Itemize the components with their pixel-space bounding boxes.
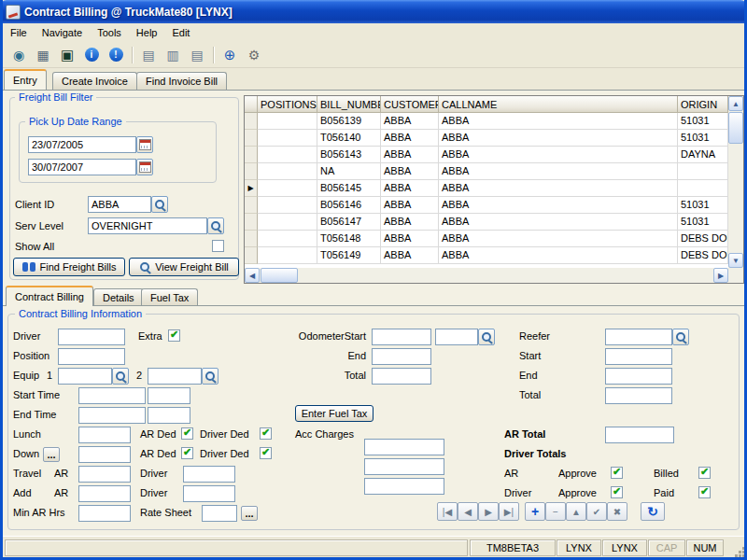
scroll-down-icon[interactable]: ▼: [728, 253, 743, 268]
grid-cell[interactable]: B056143: [317, 147, 381, 163]
view-freight-bill-button[interactable]: View Freight Bill: [129, 258, 239, 276]
grid-header-customer[interactable]: CUSTOMER: [381, 96, 439, 113]
grid-cell[interactable]: B056145: [317, 180, 381, 197]
grid-cell[interactable]: ABBA: [381, 247, 439, 264]
grid-cell[interactable]: B056146: [317, 197, 381, 214]
grid-cell[interactable]: [678, 163, 728, 180]
grid-cell[interactable]: ABBA: [381, 130, 439, 147]
enter-fuel-tax-button[interactable]: Enter Fuel Tax: [295, 405, 374, 422]
client-id-field[interactable]: ABBA: [88, 196, 151, 213]
grid-cell[interactable]: [258, 180, 317, 197]
grid-cell[interactable]: [678, 180, 728, 197]
tab-contract-billing[interactable]: Contract Billing: [6, 286, 93, 306]
down-driver-ded-checkbox[interactable]: [260, 447, 272, 459]
table-row[interactable]: B056143 ABBA ABBA DAYNA: [245, 147, 728, 163]
row-selector-current[interactable]: ▶: [245, 180, 258, 197]
position-field[interactable]: [58, 348, 125, 365]
open-document-icon[interactable]: ▥: [162, 44, 184, 65]
nav-insert-button[interactable]: +: [525, 502, 545, 521]
billed-checkbox[interactable]: [698, 467, 711, 479]
down-ar-ded-checkbox[interactable]: [181, 447, 193, 459]
grid-cell[interactable]: [258, 147, 317, 163]
client-id-search-button[interactable]: [151, 196, 168, 213]
date-from-field[interactable]: 23/07/2005: [28, 136, 136, 153]
tab-fuel-tax[interactable]: Fuel Tax: [141, 288, 198, 306]
min-ar-hrs-field[interactable]: [78, 505, 131, 522]
terminal-icon[interactable]: ▣: [56, 44, 78, 65]
start-time-field[interactable]: [78, 387, 146, 404]
grid-cell[interactable]: [258, 231, 317, 247]
grid-cell[interactable]: ABBA: [439, 197, 678, 214]
nav-edit-button[interactable]: ▲: [566, 502, 586, 521]
grid-cell[interactable]: [258, 214, 317, 231]
row-selector[interactable]: [245, 247, 258, 264]
nav-refresh-button[interactable]: ↻: [641, 502, 665, 521]
grid-cell[interactable]: B056147: [317, 214, 381, 231]
odometer-search-button[interactable]: [478, 329, 495, 345]
row-selector[interactable]: [245, 130, 258, 147]
grid-cell[interactable]: T056148: [317, 231, 381, 247]
acc-charges-field-2[interactable]: [364, 458, 444, 475]
travel-ar-field[interactable]: [78, 466, 131, 483]
grid-cell[interactable]: ABBA: [439, 180, 678, 197]
add-driver-field[interactable]: [183, 485, 235, 502]
row-selector[interactable]: [245, 113, 258, 130]
lunch-ar-ded-checkbox[interactable]: [181, 427, 193, 440]
grid-cell[interactable]: 51031: [678, 197, 728, 214]
grid-cell[interactable]: DEBS DON: [678, 247, 728, 264]
tab-find-invoice-bill[interactable]: Find Invoice Bill: [136, 72, 227, 90]
grid-header-positions[interactable]: POSITIONS: [258, 96, 317, 113]
grid-hscrollbar[interactable]: [245, 268, 743, 283]
table-row[interactable]: B056147 ABBA ABBA 51031: [245, 214, 728, 231]
hscroll-thumb[interactable]: [261, 268, 298, 283]
grid-cell[interactable]: [258, 163, 317, 180]
rate-sheet-field[interactable]: [202, 505, 237, 522]
info-icon[interactable]: i: [80, 44, 103, 65]
odometer-end-field[interactable]: [372, 348, 431, 365]
nav-post-button[interactable]: ✔: [586, 502, 607, 521]
table-row[interactable]: B056146 ABBA ABBA 51031: [245, 197, 728, 214]
table-row[interactable]: B056139 ABBA ABBA 51031: [245, 113, 728, 130]
find-freight-bills-button[interactable]: Find Freight Bills: [13, 258, 125, 276]
view-document-icon[interactable]: ▤: [186, 44, 208, 65]
grid-cell[interactable]: ABBA: [381, 180, 439, 197]
grid-cell[interactable]: [258, 113, 317, 130]
grid-header-callname[interactable]: CALLNAME: [439, 96, 678, 113]
nav-last-button[interactable]: ▶|: [499, 502, 519, 521]
reefer-end-field[interactable]: [605, 368, 672, 385]
grid-cell[interactable]: ABBA: [439, 247, 678, 264]
lunch-field[interactable]: [78, 427, 131, 443]
grid-cell[interactable]: NA: [317, 163, 381, 180]
grid-cell[interactable]: ABBA: [381, 214, 439, 231]
menu-tools[interactable]: Tools: [90, 24, 129, 41]
travel-driver-field[interactable]: [183, 466, 235, 483]
grid-cell[interactable]: ABBA: [381, 197, 439, 214]
show-all-checkbox[interactable]: [212, 240, 224, 252]
scroll-right-icon[interactable]: ▶: [713, 268, 728, 283]
equip1-search-button[interactable]: [112, 368, 129, 385]
extra-checkbox[interactable]: [168, 329, 180, 342]
grid-cell[interactable]: ABBA: [439, 163, 678, 180]
grid-cell[interactable]: ABBA: [439, 147, 678, 163]
equip2-field[interactable]: [148, 368, 202, 385]
nav-prior-button[interactable]: ◀: [458, 502, 478, 521]
nav-first-button[interactable]: |◀: [437, 502, 458, 521]
row-selector[interactable]: [245, 214, 258, 231]
new-document-icon[interactable]: ▤: [137, 44, 160, 65]
odometer-start-field[interactable]: [372, 329, 431, 345]
start-time-extra-field[interactable]: [148, 387, 190, 404]
ar-total-field[interactable]: [605, 427, 674, 443]
paid-checkbox[interactable]: [698, 486, 711, 498]
driver-field[interactable]: [58, 329, 125, 345]
odometer-lookup-field[interactable]: [435, 329, 478, 345]
date-to-calendar-button[interactable]: [136, 159, 153, 175]
vscroll-thumb[interactable]: [728, 112, 743, 144]
gear-icon[interactable]: ⚙: [243, 44, 265, 65]
print-icon[interactable]: ▦: [32, 44, 54, 65]
scroll-up-icon[interactable]: ▲: [728, 96, 743, 111]
row-selector[interactable]: [245, 163, 258, 180]
grid-cell[interactable]: ABBA: [381, 113, 439, 130]
odometer-total-field[interactable]: [372, 368, 431, 385]
grid-header-bill-number[interactable]: BILL_NUMBER: [317, 96, 381, 113]
grid-cell[interactable]: [258, 247, 317, 264]
